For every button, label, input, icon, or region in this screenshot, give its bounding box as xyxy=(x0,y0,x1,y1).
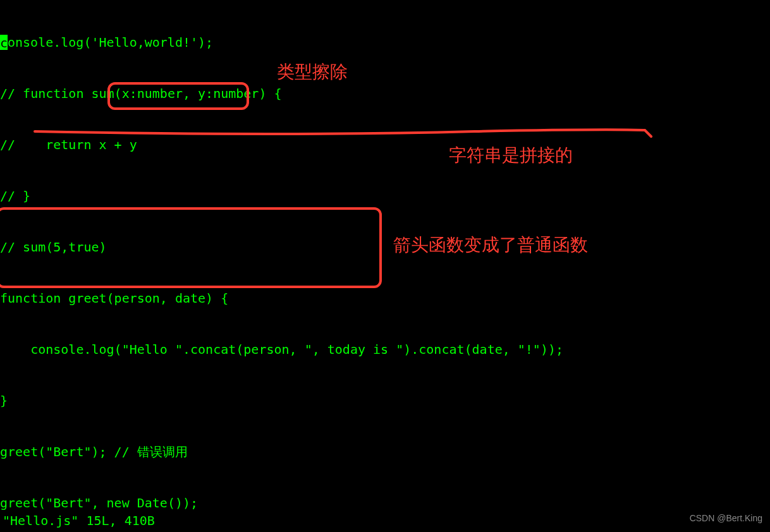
code-line-6: function greet(person, date) { xyxy=(0,290,563,307)
watermark: CSDN @Bert.King xyxy=(690,510,762,527)
code-line-8: } xyxy=(0,392,563,409)
code-line-7: console.log("Hello ".concat(person, ", t… xyxy=(0,341,563,358)
code-line-5: // sum(5,true) xyxy=(0,239,563,256)
code-line-10: greet("Bert", new Date()); xyxy=(0,495,563,512)
code-editor[interactable]: console.log('Hello,world!'); // function… xyxy=(0,0,563,532)
code-line-2: // function sum(x:number, y:number) { xyxy=(0,85,563,102)
code-line-9: greet("Bert"); // 错误调用 xyxy=(0,444,563,461)
cursor-block: c xyxy=(0,35,8,50)
code-line-3: // return x + y xyxy=(0,136,563,154)
status-line: "Hello.js" 15L, 410B xyxy=(3,512,155,529)
code-line-1: console.log('Hello,world!'); xyxy=(0,34,563,51)
code-line-4: // } xyxy=(0,188,563,205)
